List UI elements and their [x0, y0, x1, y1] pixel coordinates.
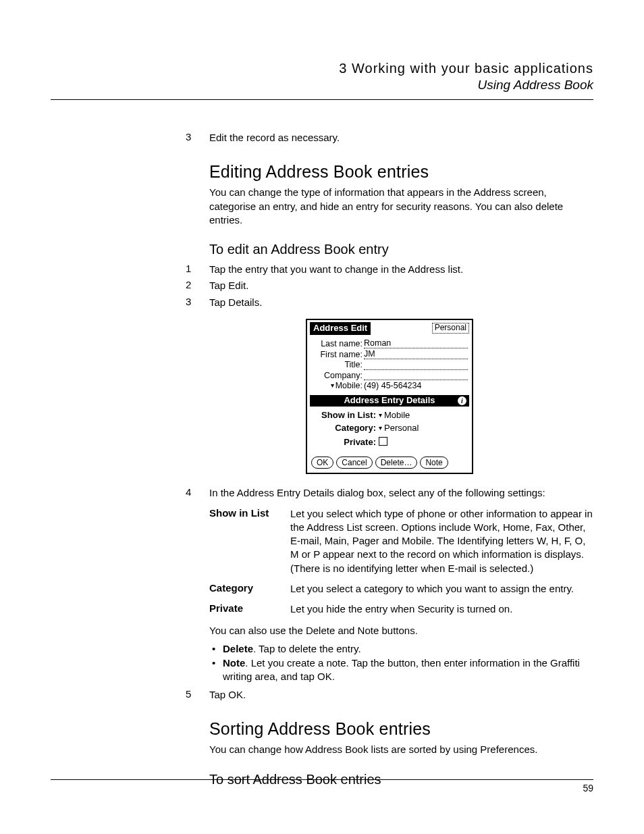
list-item: Delete. Tap to delete the entry. [209, 642, 593, 656]
cancel-button[interactable]: Cancel [336, 457, 372, 469]
field-label: Title: [311, 360, 364, 369]
category-field-selector[interactable]: Personal [379, 423, 419, 434]
first-name-field[interactable]: JM [364, 349, 468, 359]
running-header: 3 Working with your basic applications U… [51, 61, 593, 93]
definition-body: Let you select which type of phone or ot… [290, 507, 593, 575]
definition-row: Category Let you select a category to wh… [209, 582, 593, 596]
ok-button[interactable]: OK [311, 457, 333, 469]
section-title: Using Address Book [51, 78, 593, 93]
step-number: 3 [186, 296, 209, 309]
heading-editing: Editing Address Book entries [209, 162, 593, 182]
list-item: Note. Let you create a note. Tap the but… [209, 656, 593, 683]
phone-type-selector[interactable]: Mobile: [311, 381, 364, 390]
step-item: 1 Tap the entry that you want to change … [186, 263, 593, 276]
step-text: Tap Details. [209, 296, 593, 309]
dialog-title: Address Edit [310, 322, 371, 335]
step-item: 4 In the Address Entry Details dialog bo… [186, 486, 593, 500]
step-text: In the Address Entry Details dialog box,… [209, 486, 593, 500]
field-label: Last name: [311, 339, 364, 348]
heading-to-edit: To edit an Address Book entry [209, 242, 593, 257]
definition-row: Show in List Let you select which type o… [209, 507, 593, 575]
delete-button[interactable]: Delete… [375, 457, 418, 469]
last-name-field[interactable]: Roman [364, 338, 468, 348]
info-icon[interactable]: i [458, 396, 466, 405]
step-number: 2 [186, 279, 209, 292]
step-number: 5 [186, 688, 209, 702]
bullet-list: Delete. Tap to delete the entry. Note. L… [209, 642, 593, 683]
definition-body: Let you hide the entry when Security is … [290, 602, 593, 616]
field-label: Company: [311, 371, 364, 380]
step-item: 2 Tap Edit. [186, 279, 593, 292]
step-number: 1 [186, 263, 209, 276]
title-field[interactable] [364, 361, 468, 370]
header-rule [51, 99, 593, 100]
page-number: 59 [51, 783, 593, 793]
step-item: 3 Edit the record as necessary. [186, 131, 593, 145]
definition-term: Show in List [209, 507, 290, 575]
step-item: 5 Tap OK. [186, 688, 593, 702]
definition-body: Let you select a category to which you w… [290, 582, 593, 596]
step-item: 3 Tap Details. [186, 296, 593, 309]
private-checkbox[interactable] [379, 437, 387, 446]
definition-term: Private [209, 602, 290, 616]
heading-sorting: Sorting Address Book entries [209, 719, 593, 739]
company-field[interactable] [364, 371, 468, 380]
step-text: Tap OK. [209, 688, 593, 702]
footer-rule [51, 779, 593, 780]
field-label: First name: [311, 350, 364, 359]
device-screenshot: Address Edit Personal Last name: Roman F… [306, 319, 473, 475]
option-label: Category: [311, 423, 379, 434]
page-footer: 59 [51, 779, 593, 793]
step-text: Tap the entry that you want to change in… [209, 263, 593, 276]
definition-row: Private Let you hide the entry when Secu… [209, 602, 593, 616]
step-number: 4 [186, 486, 209, 500]
chapter-title: 3 Working with your basic applications [51, 61, 593, 76]
mobile-field[interactable]: (49) 45-564234 [364, 381, 468, 390]
note-button[interactable]: Note [420, 457, 448, 469]
definition-term: Category [209, 582, 290, 596]
step-text: Edit the record as necessary. [209, 131, 593, 145]
details-bar: Address Entry Details i [310, 395, 469, 407]
paragraph: You can also use the Delete and Note but… [209, 624, 593, 637]
step-text: Tap Edit. [209, 279, 593, 292]
paragraph: You can change the type of information t… [209, 186, 593, 227]
option-label: Show in List: [311, 411, 379, 421]
paragraph: You can change how Address Book lists ar… [209, 743, 593, 756]
category-selector[interactable]: Personal [432, 323, 469, 334]
step-number: 3 [186, 131, 209, 145]
show-in-list-selector[interactable]: Mobile [379, 411, 410, 421]
option-label: Private: [311, 438, 379, 448]
